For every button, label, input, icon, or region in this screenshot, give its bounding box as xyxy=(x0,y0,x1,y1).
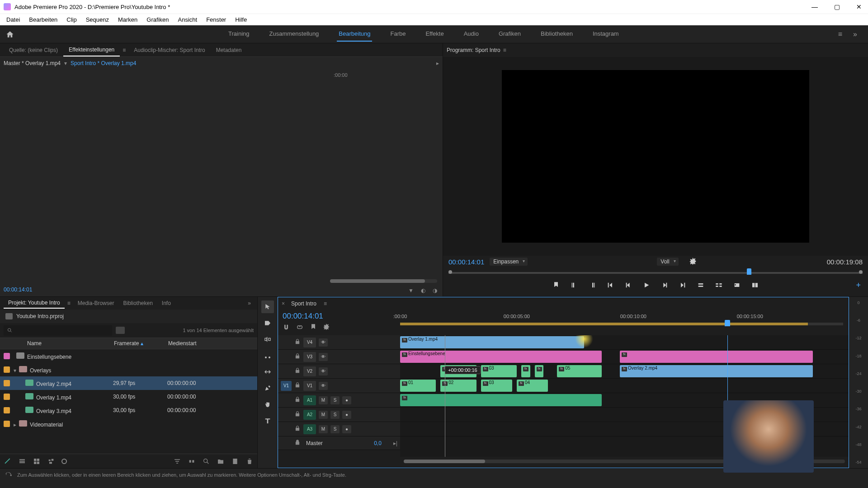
timeline-clip[interactable]: fx03 xyxy=(481,365,517,377)
ec-scrollbar-thumb[interactable] xyxy=(330,279,425,283)
ec-master-label[interactable]: Master * Overlay 1.mp4 xyxy=(4,60,61,66)
project-item-row[interactable]: Overlay 3.mp430,00 fps00:00:00:00 xyxy=(0,404,257,417)
program-quality-dropdown[interactable]: Voll xyxy=(657,258,678,266)
lift-button[interactable] xyxy=(696,280,706,290)
track-header-v2[interactable]: V2👁 xyxy=(278,364,400,379)
ec-ruler[interactable]: :00:00 xyxy=(330,70,443,80)
timeline-clip[interactable]: fxOverlay 2.mp4 xyxy=(620,365,813,377)
track-mute-button[interactable]: M xyxy=(319,396,328,404)
step-forward-button[interactable] xyxy=(660,280,670,290)
fx-badge[interactable]: fx xyxy=(402,396,407,400)
timeline-settings-icon[interactable] xyxy=(323,324,330,331)
fx-badge[interactable]: fx xyxy=(537,367,542,371)
new-bin-button[interactable] xyxy=(217,458,225,465)
program-panel-menu-icon[interactable]: ≡ xyxy=(500,47,509,53)
column-name[interactable]: Name xyxy=(14,340,114,347)
project-search-field[interactable] xyxy=(4,325,112,336)
project-item-row[interactable]: Overlay 2.mp429,97 fps00:00:00:00 xyxy=(0,376,257,390)
track-lock-button[interactable] xyxy=(294,338,301,346)
track-source-target[interactable] xyxy=(281,366,292,376)
workspace-tab-instagram[interactable]: Instagram xyxy=(591,27,621,42)
fx-badge[interactable]: fx xyxy=(402,338,407,343)
play-button[interactable] xyxy=(642,280,651,290)
pen-tool[interactable] xyxy=(261,382,274,394)
track-lock-button[interactable] xyxy=(294,396,301,404)
freeform-view-button[interactable] xyxy=(47,458,55,465)
fx-badge[interactable]: fx xyxy=(523,367,528,371)
fx-badge[interactable]: fx xyxy=(519,381,524,386)
timeline-workarea[interactable] xyxy=(400,323,843,325)
timeline-tab-close[interactable]: × xyxy=(282,300,285,307)
project-label-chip[interactable] xyxy=(4,394,10,400)
selection-tool[interactable] xyxy=(261,300,274,313)
timeline-sequence-tab[interactable]: Sport Intro xyxy=(287,299,321,309)
track-source-target[interactable] xyxy=(281,395,292,405)
project-tab[interactable]: Media-Browser xyxy=(73,298,119,308)
track-visibility-button[interactable]: 👁 xyxy=(319,367,328,375)
minimize-button[interactable]: — xyxy=(809,2,821,11)
timeline-ruler[interactable]: :00:0000:00:05:0000:00:10:0000:00:15:00 xyxy=(400,310,849,335)
program-playhead-marker[interactable] xyxy=(747,268,751,275)
ripple-edit-tool[interactable] xyxy=(261,333,274,346)
timeline-panel-menu-icon[interactable]: ≡ xyxy=(321,300,330,307)
track-lock-button[interactable] xyxy=(294,439,301,447)
track-row-v4[interactable]: fxOverlay 1.mp4 xyxy=(400,335,849,350)
track-target-v1[interactable]: V1 xyxy=(303,381,316,391)
type-tool[interactable] xyxy=(261,414,274,427)
ec-dropdown-icon[interactable]: ▾ xyxy=(64,60,67,66)
track-lock-button[interactable] xyxy=(294,411,301,418)
hand-tool[interactable] xyxy=(261,398,274,411)
track-target-v2[interactable]: V2 xyxy=(303,366,316,376)
menu-marken[interactable]: Marken xyxy=(113,14,142,25)
project-tab[interactable]: Projekt: Youtube Intro xyxy=(4,298,65,309)
project-item-row[interactable]: ▸Videomaterial xyxy=(0,417,257,431)
fx-badge[interactable]: fx xyxy=(559,367,564,371)
add-marker-button[interactable] xyxy=(551,280,561,290)
project-label-chip[interactable] xyxy=(4,366,10,373)
program-timecode[interactable]: 00:00:14:01 xyxy=(448,258,484,266)
track-row-v1[interactable]: fx01fx02fx03fx04 xyxy=(400,379,849,393)
timeline-clip[interactable]: fx03 xyxy=(481,380,512,392)
column-mediastart[interactable]: Medienstart xyxy=(168,340,254,347)
workspace-overflow-icon[interactable]: » xyxy=(848,30,863,38)
project-label-chip[interactable] xyxy=(4,421,10,427)
list-view-button[interactable] xyxy=(18,458,26,465)
timeline-clip[interactable]: fx04 xyxy=(517,380,548,392)
track-target-a2[interactable]: A2 xyxy=(303,410,316,420)
track-solo-button[interactable]: S xyxy=(330,411,340,419)
track-target-v4[interactable]: V4 xyxy=(303,338,316,347)
track-row-v3[interactable]: fxEinstellungsebenefx xyxy=(400,350,849,364)
column-framerate[interactable]: Framerate▴ xyxy=(114,340,168,347)
track-source-target[interactable] xyxy=(281,424,292,434)
timeline-clip[interactable]: fxOverlay 1.mp4 xyxy=(400,336,584,348)
track-lock-button[interactable] xyxy=(294,367,301,375)
fx-badge[interactable]: fx xyxy=(402,381,407,386)
linked-selection-icon[interactable] xyxy=(296,324,303,331)
track-target-v3[interactable]: V3 xyxy=(303,352,316,362)
project-tab[interactable]: Info xyxy=(157,298,175,308)
fx-badge[interactable]: fx xyxy=(483,367,488,371)
project-label-chip[interactable] xyxy=(4,407,10,413)
source-tab[interactable]: Metadaten xyxy=(211,44,247,56)
project-filter-button[interactable] xyxy=(116,327,125,334)
track-solo-button[interactable]: S xyxy=(330,425,340,433)
timeline-playhead[interactable] xyxy=(725,320,730,326)
program-out-handle[interactable] xyxy=(859,270,863,274)
workspace-tab-audio[interactable]: Audio xyxy=(462,27,481,42)
timeline-clip[interactable]: fx xyxy=(620,351,813,363)
menu-grafiken[interactable]: Grafiken xyxy=(142,14,173,25)
track-header-v4[interactable]: V4👁 xyxy=(278,335,400,350)
track-target-a1[interactable]: A1 xyxy=(303,395,316,405)
track-lock-button[interactable] xyxy=(294,353,301,361)
icon-view-button[interactable] xyxy=(33,458,41,465)
close-button[interactable]: ✕ xyxy=(854,2,864,11)
track-mute-button[interactable]: M xyxy=(319,425,328,433)
source-panel-menu-icon[interactable]: ≡ xyxy=(120,47,128,53)
comparison-view-button[interactable] xyxy=(750,280,760,290)
track-mute-button[interactable]: M xyxy=(319,411,328,419)
timeline-clip[interactable]: fx xyxy=(400,394,602,406)
track-source-target[interactable]: V1 xyxy=(281,381,292,391)
track-visibility-button[interactable]: 👁 xyxy=(319,353,328,361)
fx-badge[interactable]: fx xyxy=(483,381,488,386)
track-lock-button[interactable] xyxy=(294,382,301,389)
